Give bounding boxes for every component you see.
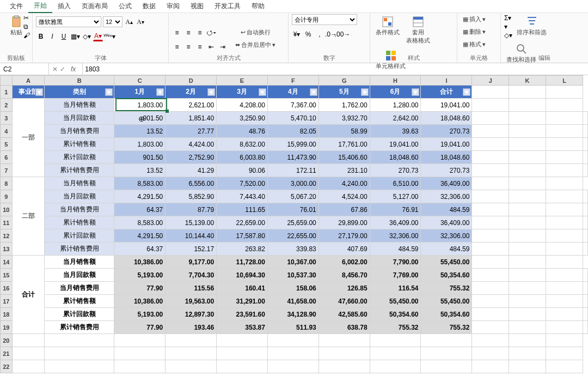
wrap-text-button[interactable]: ↩自动换行 bbox=[233, 27, 278, 38]
cell[interactable] bbox=[472, 203, 509, 216]
data-cell[interactable]: 10,367.00 bbox=[267, 256, 318, 269]
data-cell[interactable]: 32,306.00 bbox=[370, 229, 421, 242]
data-cell[interactable]: 32,306.00 bbox=[421, 190, 472, 203]
data-cell[interactable]: 7,367.00 bbox=[267, 99, 318, 112]
row-header-20[interactable]: 20 bbox=[1, 334, 13, 347]
dept-cell[interactable]: 二部 bbox=[12, 177, 44, 256]
cell[interactable] bbox=[509, 321, 546, 334]
cell[interactable] bbox=[583, 242, 588, 256]
font-name-select[interactable]: 微软雅黑 bbox=[36, 16, 101, 27]
data-cell[interactable]: 8,456.70 bbox=[318, 269, 370, 282]
data-cell[interactable]: 77.90 bbox=[114, 321, 166, 334]
percent-icon[interactable]: % bbox=[303, 29, 313, 39]
cell[interactable] bbox=[546, 321, 583, 334]
data-cell[interactable]: 172.11 bbox=[267, 164, 318, 177]
data-cell[interactable]: 12,897.30 bbox=[166, 308, 217, 321]
data-cell[interactable]: 19,041.00 bbox=[421, 138, 472, 151]
cell[interactable] bbox=[114, 334, 166, 347]
cell[interactable] bbox=[509, 347, 546, 360]
cell[interactable] bbox=[583, 295, 588, 308]
table-header[interactable]: 1月▾ bbox=[114, 86, 166, 99]
cell[interactable] bbox=[472, 190, 509, 203]
cell[interactable] bbox=[509, 99, 546, 112]
data-cell[interactable]: 32,306.00 bbox=[421, 229, 472, 242]
col-header-F[interactable]: F bbox=[267, 76, 318, 86]
cell[interactable] bbox=[472, 164, 509, 177]
data-cell[interactable]: 4,424.00 bbox=[166, 138, 217, 151]
category-cell[interactable]: 当月销售费用 bbox=[45, 282, 114, 295]
data-cell[interactable]: 4,208.00 bbox=[217, 99, 268, 112]
cell[interactable] bbox=[472, 216, 509, 229]
cell[interactable] bbox=[509, 295, 546, 308]
filter-icon[interactable]: ▾ bbox=[35, 88, 43, 96]
increase-font-icon[interactable]: A▴ bbox=[124, 17, 134, 27]
sort-filter-button[interactable]: 排序和筛选 bbox=[514, 14, 549, 38]
data-cell[interactable]: 511.93 bbox=[267, 321, 318, 334]
table-header[interactable]: 3月▾ bbox=[217, 86, 268, 99]
data-cell[interactable]: 10,694.30 bbox=[217, 269, 268, 282]
cancel-formula-icon[interactable]: ✕ bbox=[52, 65, 58, 73]
cell[interactable] bbox=[267, 347, 318, 360]
data-cell[interactable]: 17,761.00 bbox=[318, 138, 370, 151]
fill-icon[interactable]: ▾ bbox=[504, 23, 512, 31]
category-cell[interactable]: 累计销售费用 bbox=[45, 242, 114, 256]
filter-icon[interactable]: ▾ bbox=[310, 88, 317, 96]
data-cell[interactable]: 5,852.90 bbox=[166, 190, 217, 203]
row-header-8[interactable]: 8 bbox=[1, 177, 13, 190]
cell[interactable] bbox=[318, 347, 370, 360]
data-cell[interactable]: 4,291.50 bbox=[114, 229, 166, 242]
menubar-item-3[interactable]: 页面布局 bbox=[76, 0, 113, 13]
cell[interactable] bbox=[472, 177, 509, 190]
data-cell[interactable]: 755.32 bbox=[421, 282, 472, 295]
data-cell[interactable]: 18,048.60 bbox=[421, 112, 472, 125]
data-cell[interactable]: 4,524.00 bbox=[318, 190, 370, 203]
cell[interactable] bbox=[509, 164, 546, 177]
row-header-9[interactable]: 9 bbox=[1, 190, 13, 203]
cell[interactable] bbox=[472, 308, 509, 321]
fx-icon[interactable]: fx bbox=[68, 65, 79, 73]
col-header-D[interactable]: D bbox=[166, 76, 217, 86]
data-cell[interactable]: 1,851.40 bbox=[166, 112, 217, 125]
category-cell[interactable]: 当月销售额 bbox=[45, 256, 114, 269]
border-button[interactable]: ▦▾ bbox=[70, 32, 80, 41]
row-header-2[interactable]: 2 bbox=[1, 99, 13, 112]
category-cell[interactable]: 当月回款额 bbox=[45, 112, 114, 125]
data-cell[interactable]: 9,177.00 bbox=[166, 256, 217, 269]
row-header-4[interactable]: 4 bbox=[1, 125, 13, 138]
cell[interactable] bbox=[509, 203, 546, 216]
filter-icon[interactable]: ▾ bbox=[361, 88, 369, 96]
table-header[interactable]: 类别▾ bbox=[45, 86, 114, 99]
cell[interactable] bbox=[583, 125, 588, 138]
data-cell[interactable]: 5,193.00 bbox=[114, 308, 166, 321]
cell[interactable] bbox=[546, 151, 583, 164]
data-cell[interactable]: 76.91 bbox=[370, 203, 421, 216]
cell[interactable] bbox=[509, 229, 546, 242]
category-cell[interactable]: 累计回款额 bbox=[45, 151, 114, 164]
data-cell[interactable]: 10,144.40 bbox=[166, 229, 217, 242]
data-cell[interactable]: 263.82 bbox=[217, 242, 268, 256]
data-cell[interactable]: 6,556.00 bbox=[166, 177, 217, 190]
data-cell[interactable]: 67.86 bbox=[318, 203, 370, 216]
italic-button[interactable]: I bbox=[47, 32, 57, 41]
table-header[interactable]: 4月▾ bbox=[267, 86, 318, 99]
data-cell[interactable]: 5,470.10 bbox=[267, 112, 318, 125]
menubar-item-4[interactable]: 公式 bbox=[113, 0, 137, 13]
data-cell[interactable]: 901.50 bbox=[114, 151, 166, 164]
col-header-J[interactable]: J bbox=[472, 76, 509, 86]
cell[interactable] bbox=[509, 269, 546, 282]
data-cell[interactable]: 48.76 bbox=[217, 125, 268, 138]
data-cell[interactable]: 27,179.00 bbox=[318, 229, 370, 242]
dept-cell[interactable]: 一部 bbox=[12, 99, 44, 177]
data-cell[interactable]: 7,790.00 bbox=[370, 256, 421, 269]
data-cell[interactable]: 5,127.00 bbox=[370, 190, 421, 203]
data-cell[interactable]: 407.69 bbox=[318, 242, 370, 256]
data-cell[interactable]: 5,193.00 bbox=[114, 269, 166, 282]
cell[interactable] bbox=[45, 334, 114, 347]
currency-icon[interactable]: ¥▾ bbox=[292, 29, 302, 39]
cell[interactable] bbox=[318, 360, 370, 373]
cell[interactable] bbox=[546, 190, 583, 203]
data-cell[interactable]: 3,932.70 bbox=[318, 112, 370, 125]
cell[interactable] bbox=[509, 138, 546, 151]
cell[interactable] bbox=[509, 282, 546, 295]
cell[interactable] bbox=[509, 190, 546, 203]
